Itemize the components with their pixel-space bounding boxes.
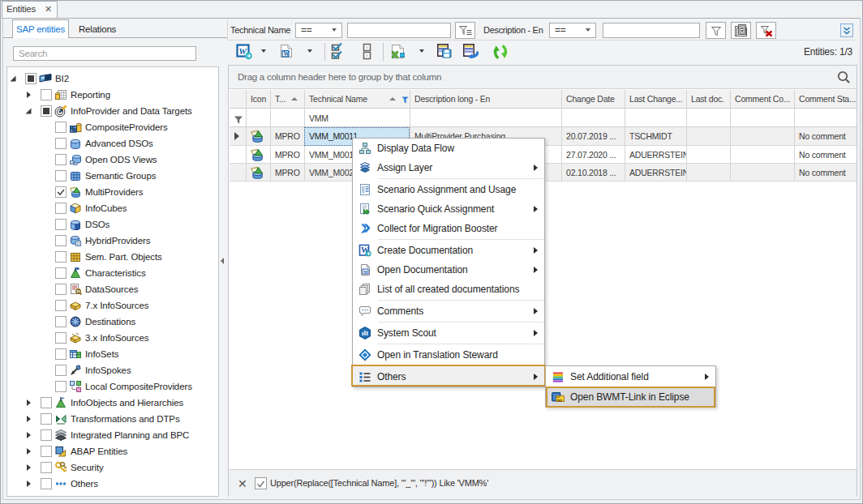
svg-text:W: W: [283, 50, 290, 58]
svg-text:w: w: [364, 268, 368, 274]
